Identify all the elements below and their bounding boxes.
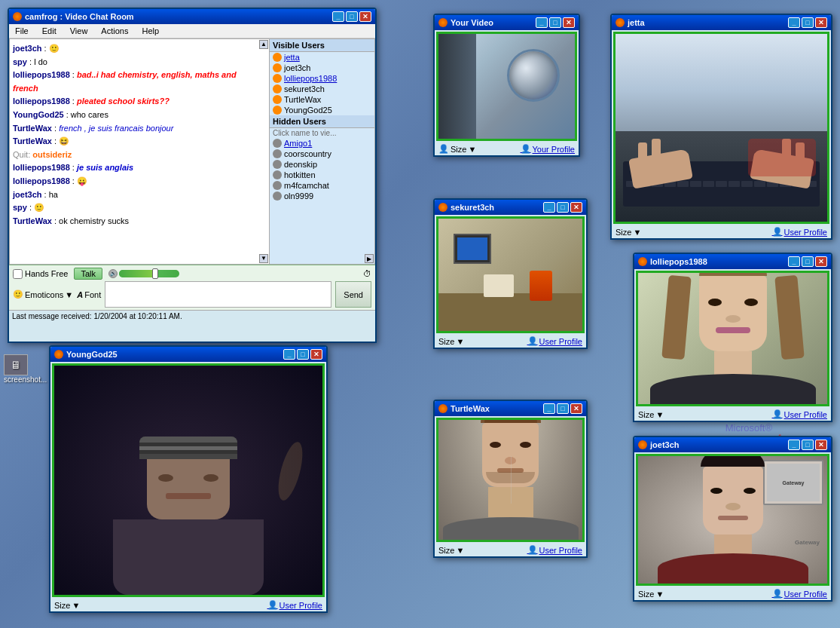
sidebar-scroll-right[interactable]: ▶	[365, 254, 374, 263]
your-video-controls[interactable]: _ □ ✕	[536, 17, 575, 28]
sidebar-user-turtlewax[interactable]: TurtleWax	[270, 94, 374, 105]
minimize-button[interactable]: _	[543, 403, 555, 414]
profile-link-turtlewax[interactable]: 👤 User Profile	[527, 545, 582, 555]
minimize-button[interactable]: _	[788, 17, 800, 28]
close-button[interactable]: ✕	[359, 11, 371, 22]
message-row: lolliepops1988 : bad..i had chemistry, e…	[13, 69, 255, 95]
camfrog-icon	[638, 440, 647, 449]
minimize-button[interactable]: _	[332, 11, 344, 22]
close-button[interactable]: ✕	[815, 256, 827, 267]
minimize-button[interactable]: _	[788, 440, 800, 450]
user-icon-turtlewax	[273, 95, 282, 104]
maximize-button[interactable]: □	[557, 403, 569, 414]
emoticons-button[interactable]: 🙂 Emoticons ▼	[13, 289, 73, 299]
hands-free-checkbox[interactable]	[13, 269, 23, 279]
jetta-controls[interactable]: _ □ ✕	[788, 17, 827, 28]
maximize-button[interactable]: □	[802, 256, 814, 267]
size-dropdown-lolliepops[interactable]: Size ▼	[638, 410, 664, 419]
maximize-button[interactable]: □	[802, 17, 814, 28]
lolliepops-controls[interactable]: _ □ ✕	[788, 256, 827, 267]
menu-actions[interactable]: Actions	[98, 26, 131, 36]
maximize-button[interactable]: □	[346, 11, 358, 22]
profile-link-sekuret3ch[interactable]: 👤 User Profile	[527, 336, 582, 346]
menu-file[interactable]: File	[12, 26, 32, 36]
sekuret3ch-controls[interactable]: _ □ ✕	[543, 202, 582, 213]
size-dropdown-your-video[interactable]: 👤 Size ▼	[438, 144, 476, 154]
msg-user: YoungGod25	[13, 110, 64, 119]
msg-user: joet3ch	[13, 190, 42, 199]
sidebar-user-sekuret3ch[interactable]: sekuret3ch	[270, 84, 374, 94]
profile-link-younggod[interactable]: 👤 User Profile	[267, 600, 322, 610]
minimize-button[interactable]: _	[536, 17, 548, 28]
minimize-button[interactable]: _	[283, 349, 295, 360]
camfrog-icon	[438, 404, 447, 413]
size-dropdown-joet3ch[interactable]: Size ▼	[638, 590, 664, 599]
size-dropdown-turtlewax[interactable]: Size ▼	[438, 546, 464, 555]
volume-handle[interactable]	[152, 268, 158, 279]
lolliepops-video-bottom: Size ▼ 👤 User Profile	[634, 408, 831, 421]
send-button[interactable]: Send	[335, 281, 371, 308]
profile-link-your-video[interactable]: 👤 Your Profile	[521, 144, 575, 154]
close-button[interactable]: ✕	[563, 17, 575, 28]
chat-messages[interactable]: ▲ joet3ch : 🙂 spy : l do lolliepops1988 …	[9, 38, 270, 265]
younggod-titlebar: YoungGod25 _ □ ✕	[50, 347, 326, 362]
minimize-button[interactable]: _	[543, 202, 555, 213]
sekuret3ch-window: sekuret3ch _ □ ✕ Size ▼ 👤	[433, 198, 588, 349]
size-dropdown-sekuret3ch[interactable]: Size ▼	[438, 337, 464, 346]
chat-input[interactable]	[105, 281, 331, 308]
minimize-button[interactable]: _	[788, 256, 800, 267]
profile-icon-jetta: 👤	[772, 227, 783, 237]
sidebar-user-amigo1[interactable]: Amigo1	[270, 138, 374, 149]
scroll-up-arrow[interactable]: ▲	[259, 40, 268, 49]
joet3ch-controls[interactable]: _ □ ✕	[788, 440, 827, 450]
younggod-controls[interactable]: _ □ ✕	[283, 349, 322, 360]
camfrog-icon	[438, 18, 447, 27]
message-row: YoungGod25 : who cares	[13, 109, 255, 122]
profile-link-jetta[interactable]: 👤 User Profile	[772, 227, 827, 237]
profile-link-lolliepops[interactable]: 👤 User Profile	[772, 409, 827, 419]
menu-help[interactable]: Help	[139, 26, 162, 36]
size-dropdown-jetta[interactable]: Size ▼	[615, 228, 641, 237]
profile-link-joet3ch[interactable]: 👤 User Profile	[772, 589, 827, 599]
sidebar-user-deonskip[interactable]: deonskip	[270, 159, 374, 170]
size-dropdown-arrow: ▼	[468, 145, 476, 154]
sekuret3ch-video-bottom: Size ▼ 👤 User Profile	[435, 335, 586, 348]
font-button[interactable]: A Font	[77, 290, 101, 299]
maximize-button[interactable]: □	[297, 349, 309, 360]
your-video-window: Your Video _ □ ✕ 👤 Size ▼ 👤 Your Profile	[433, 14, 580, 157]
menu-view[interactable]: View	[67, 26, 91, 36]
sidebar-user-younggod[interactable]: YoungGod25	[270, 105, 374, 115]
sidebar-user-oln[interactable]: oln9999	[270, 191, 374, 201]
close-button[interactable]: ✕	[815, 17, 827, 28]
scroll-down-arrow[interactable]: ▼	[259, 254, 268, 263]
close-button[interactable]: ✕	[310, 349, 322, 360]
maximize-button[interactable]: □	[557, 202, 569, 213]
close-button[interactable]: ✕	[570, 403, 582, 414]
menu-edit[interactable]: Edit	[39, 26, 60, 36]
size-dropdown-younggod[interactable]: Size ▼	[54, 601, 80, 610]
close-button[interactable]: ✕	[815, 440, 827, 450]
ms-brand: Microsoft®	[725, 422, 772, 433]
turtlewax-window: TurtleWax _ □ ✕	[433, 400, 588, 558]
sidebar-user-m4f[interactable]: m4fcamchat	[270, 180, 374, 191]
profile-icon: 👤	[521, 144, 531, 154]
your-video-frame	[436, 32, 577, 141]
volume-slider[interactable]	[119, 270, 179, 277]
message-row: TurtleWax : french , je suis francais bo…	[13, 122, 255, 136]
close-button[interactable]: ✕	[570, 202, 582, 213]
talk-button[interactable]: Talk	[74, 268, 102, 280]
sidebar-user-joet3ch[interactable]: joet3ch	[270, 63, 374, 73]
sidebar-user-coorscountry[interactable]: coorscountry	[270, 149, 374, 159]
turtlewax-controls[interactable]: _ □ ✕	[543, 403, 582, 414]
maximize-button[interactable]: □	[802, 440, 814, 450]
profile-icon-sekuret3ch: 👤	[527, 336, 538, 346]
sidebar-user-lolliepops[interactable]: lolliepops1988	[270, 73, 374, 84]
sidebar-user-jetta[interactable]: jetta	[270, 52, 374, 63]
timer-icon: ⏱	[363, 269, 371, 278]
sekuret3ch-video	[436, 216, 585, 333]
maximize-button[interactable]: □	[549, 17, 561, 28]
sidebar-user-hotkitten[interactable]: hotkitten	[270, 170, 374, 180]
chat-window-controls[interactable]: _ □ ✕	[332, 11, 371, 22]
msg-user: lolliepops1988	[13, 96, 70, 106]
message-row: TurtleWax : 😆	[13, 135, 255, 149]
